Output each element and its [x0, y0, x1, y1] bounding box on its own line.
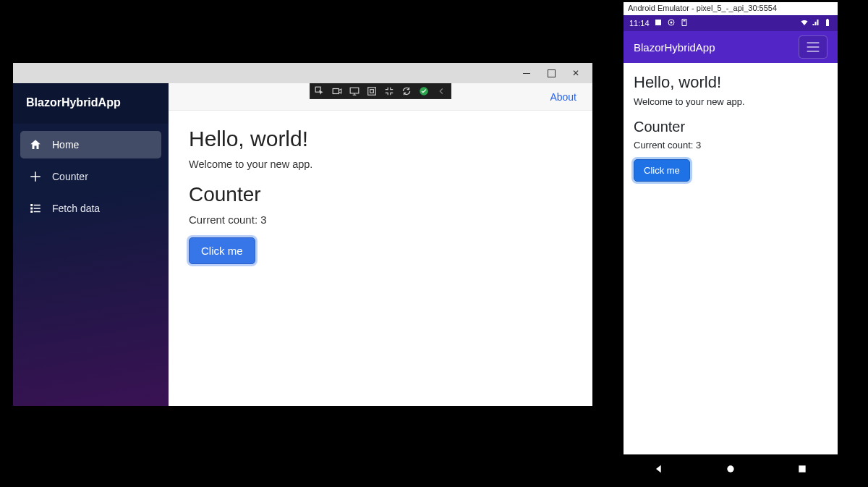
- svg-rect-9: [368, 88, 376, 96]
- svg-rect-17: [827, 19, 828, 20]
- dev-debug-toolbar: [310, 83, 451, 99]
- dev-fullscreen-icon[interactable]: [365, 85, 378, 98]
- dev-select-element-icon[interactable]: [313, 85, 326, 98]
- mobile-count-label: Current count:: [634, 140, 696, 151]
- dev-collapse-icon[interactable]: [435, 85, 448, 98]
- dev-refresh-icon[interactable]: [400, 85, 413, 98]
- dev-screen-icon[interactable]: [348, 85, 361, 98]
- status-app-icon: [667, 18, 676, 28]
- count-label: Current count:: [189, 213, 260, 226]
- window-minimize-button[interactable]: [514, 65, 539, 81]
- svg-point-21: [727, 465, 733, 472]
- svg-rect-22: [799, 465, 805, 472]
- android-back-button[interactable]: [648, 458, 670, 480]
- current-count-line: Current count: 3: [189, 213, 572, 226]
- svg-rect-1: [34, 205, 41, 206]
- sidebar-item-home[interactable]: Home: [20, 131, 161, 158]
- android-recents-button[interactable]: [791, 458, 813, 480]
- mobile-current-count-line: Current count: 3: [634, 140, 827, 151]
- sidebar-item-fetch-data[interactable]: Fetch data: [20, 195, 161, 222]
- svg-rect-16: [826, 20, 829, 26]
- hello-heading: Hello, world!: [189, 127, 572, 151]
- emulator-titlebar: Android Emulator - pixel_5_-_api_30:5554: [624, 2, 838, 15]
- svg-rect-4: [30, 211, 33, 213]
- counter-heading: Counter: [189, 183, 572, 206]
- svg-rect-7: [333, 89, 339, 94]
- desktop-app-window: BlazorHybridApp Home Counter: [13, 63, 592, 406]
- status-right: [800, 18, 832, 28]
- dev-status-ok-icon[interactable]: [417, 85, 430, 98]
- mobile-hello-heading: Hello, world!: [634, 73, 827, 92]
- window-titlebar: [13, 63, 592, 83]
- status-time: 11:14: [629, 19, 650, 27]
- mobile-navbar: BlazorHybridApp: [624, 31, 838, 63]
- main-content: About Hello, world! Welcome to your new …: [169, 83, 592, 406]
- plus-icon: [29, 170, 42, 183]
- window-maximize-button[interactable]: [539, 65, 563, 81]
- sidebar-item-label: Counter: [52, 171, 88, 182]
- count-value: 3: [260, 213, 266, 226]
- battery-icon: [823, 18, 832, 28]
- app-brand: BlazorHybridApp: [13, 83, 169, 124]
- dev-layout-icon[interactable]: [383, 85, 396, 98]
- svg-rect-10: [370, 90, 374, 93]
- sidebar-item-label: Fetch data: [52, 203, 100, 214]
- about-link[interactable]: About: [550, 91, 576, 103]
- mobile-welcome-text: Welcome to your new app.: [634, 96, 827, 107]
- status-notification-icon: [654, 18, 663, 28]
- sidebar-nav: Home Counter Fetch data: [13, 124, 169, 229]
- sidebar-item-label: Home: [52, 139, 79, 151]
- svg-rect-8: [350, 88, 359, 93]
- android-emulator-window: Android Emulator - pixel_5_-_api_30:5554…: [624, 2, 838, 483]
- android-home-button[interactable]: [720, 458, 741, 480]
- mobile-page-body: Hello, world! Welcome to your new app. C…: [624, 63, 838, 454]
- mobile-counter-heading: Counter: [634, 119, 827, 135]
- mobile-click-me-button[interactable]: Click me: [634, 159, 690, 182]
- window-close-button[interactable]: [563, 65, 588, 81]
- list-icon: [29, 202, 42, 215]
- hamburger-menu-button[interactable]: [799, 35, 827, 59]
- svg-rect-15: [683, 20, 685, 22]
- signal-icon: [812, 18, 820, 28]
- wifi-icon: [800, 18, 809, 28]
- svg-rect-12: [655, 20, 661, 25]
- mobile-brand: BlazorHybridApp: [634, 41, 715, 54]
- page-body: Hello, world! Welcome to your new app. C…: [169, 111, 592, 280]
- android-status-bar: 11:14: [624, 15, 838, 31]
- svg-rect-0: [30, 204, 33, 206]
- home-icon: [29, 138, 42, 151]
- sidebar-item-counter[interactable]: Counter: [20, 163, 161, 190]
- svg-point-14: [670, 22, 672, 24]
- desktop-body: BlazorHybridApp Home Counter: [13, 83, 592, 406]
- click-me-button[interactable]: Click me: [189, 237, 255, 264]
- mobile-count-value: 3: [696, 140, 701, 151]
- svg-rect-3: [34, 208, 41, 209]
- topbar: About: [169, 83, 592, 111]
- android-nav-bar: [624, 454, 838, 483]
- svg-rect-2: [30, 208, 33, 210]
- svg-rect-5: [34, 211, 41, 213]
- welcome-text: Welcome to your new app.: [189, 158, 572, 170]
- status-left: 11:14: [629, 18, 689, 28]
- status-debug-icon: [680, 18, 689, 28]
- sidebar: BlazorHybridApp Home Counter: [13, 83, 169, 406]
- dev-camera-icon[interactable]: [331, 85, 344, 98]
